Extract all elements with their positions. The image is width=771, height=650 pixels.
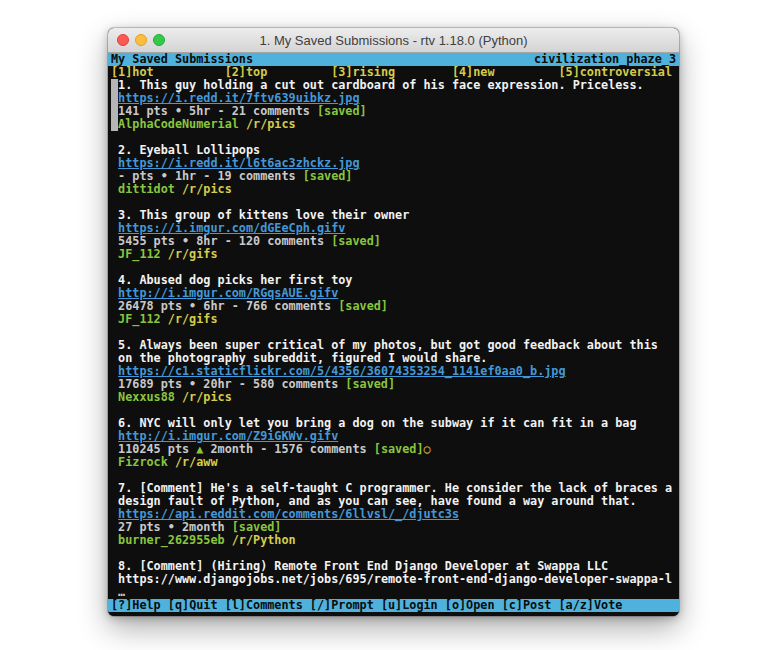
age-comments: 8hr - 120 comments [196, 234, 324, 248]
author[interactable]: JF_112 [118, 247, 161, 261]
author[interactable]: dittidot [118, 182, 175, 196]
saved-badge: [saved] [317, 104, 367, 118]
saved-badge: [saved] [374, 442, 424, 456]
author[interactable]: JF_112 [118, 312, 161, 326]
points: 26478 pts [118, 299, 182, 313]
submission-byline: AlphaCodeNumerial/r/pics [118, 118, 672, 131]
age-comments: 1hr - 19 comments [175, 169, 296, 183]
submission-link[interactable]: https://c1.staticflickr.com/5/4356/36074… [118, 364, 565, 378]
submission-5[interactable]: 5. Always been super critical of my phot… [111, 339, 672, 404]
submission-title: 5. Always been super critical of my phot… [118, 339, 672, 365]
points: 27 pts [118, 520, 161, 534]
terminal-screen: My Saved Submissions civilization_phaze_… [108, 53, 679, 616]
gilded-icon: ○ [424, 442, 431, 456]
separator-icon: • [175, 104, 182, 118]
close-button[interactable] [117, 34, 129, 46]
points: 141 pts [118, 104, 168, 118]
selection-cursor [111, 79, 118, 131]
submission-url-truncated: https://www.djangojobs.net/jobs/695/remo… [118, 573, 672, 586]
truncation-ellipsis: … [118, 586, 672, 599]
separator-icon: • [161, 169, 168, 183]
saved-badge: [saved] [232, 520, 282, 534]
submission-link[interactable]: https://i.redd.it/7ftv639uibkz.jpg [118, 91, 359, 105]
submission-byline: Fizrock/r/aww [118, 456, 672, 469]
saved-badge: [saved] [345, 377, 395, 391]
submission-link[interactable]: http://i.imgur.com/Z9iGKWv.gifv [118, 429, 338, 443]
author[interactable]: Fizrock [118, 455, 168, 469]
author[interactable]: burner_262955eb [118, 533, 225, 547]
submission-url: https://c1.staticflickr.com/5/4356/36074… [118, 365, 672, 378]
submission-url: http://i.imgur.com/RGqsAUE.gifv [118, 287, 672, 300]
separator-icon: • [189, 377, 196, 391]
submission-3[interactable]: 3. This group of kittens love their owne… [111, 209, 672, 261]
points: 17689 pts [118, 377, 182, 391]
submission-byline: JF_112/r/gifs [118, 313, 672, 326]
separator-icon: • [168, 520, 175, 534]
points: 5455 pts [118, 234, 175, 248]
keybinding-help: [?]Help [q]Quit [l]Comments [/]Prompt [u… [111, 599, 622, 612]
age-comments: 20hr - 580 comments [203, 377, 338, 391]
submission-4[interactable]: 4. Abused dog picks her first toy http:/… [111, 274, 672, 326]
age-comments: 6hr - 766 comments [203, 299, 331, 313]
traffic-lights [117, 34, 165, 46]
submission-byline: burner_262955eb/r/Python [118, 534, 672, 547]
submission-byline: Nexxus88/r/pics [118, 391, 672, 404]
subreddit[interactable]: /r/Python [232, 533, 296, 547]
saved-badge: [saved] [338, 299, 388, 313]
author[interactable]: Nexxus88 [118, 390, 175, 404]
submission-1[interactable]: 1. This guy holding a cut out cardboard … [111, 79, 672, 131]
subreddit[interactable]: /r/pics [182, 182, 232, 196]
subreddit[interactable]: /r/pics [246, 117, 296, 131]
statusbar: [?]Help [q]Quit [l]Comments [/]Prompt [u… [108, 599, 679, 612]
age-comments: 2month [182, 520, 225, 534]
submission-link[interactable]: http://i.imgur.com/RGqsAUE.gifv [118, 286, 338, 300]
submission-7[interactable]: 7. [Comment] He's a self-taught C progra… [111, 482, 672, 547]
points: 110245 pts [118, 442, 189, 456]
separator-icon: • [189, 299, 196, 313]
subreddit[interactable]: /r/aww [175, 455, 218, 469]
zoom-button[interactable] [153, 34, 165, 46]
points: - pts [118, 169, 154, 183]
submission-title: 7. [Comment] He's a self-taught C progra… [118, 482, 672, 508]
author[interactable]: AlphaCodeNumerial [118, 117, 239, 131]
submission-list: 1. This guy holding a cut out cardboard … [108, 79, 679, 599]
subreddit[interactable]: /r/gifs [168, 247, 218, 261]
submission-link[interactable]: https://api.reddit.com/comments/6llvsl/_… [118, 507, 459, 521]
subreddit[interactable]: /r/pics [182, 390, 232, 404]
submission-byline: dittidot/r/pics [118, 183, 672, 196]
submission-6[interactable]: 6. NYC will only let you bring a dog on … [111, 417, 672, 469]
window-titlebar: 1. My Saved Submissions - rtv 1.18.0 (Py… [108, 28, 679, 53]
terminal-window: 1. My Saved Submissions - rtv 1.18.0 (Py… [108, 28, 679, 616]
window-title: 1. My Saved Submissions - rtv 1.18.0 (Py… [259, 33, 527, 48]
submission-link[interactable]: https://i.imgur.com/dGEeCph.gifv [118, 221, 345, 235]
submission-byline: JF_112/r/gifs [118, 248, 672, 261]
saved-badge: [saved] [331, 234, 381, 248]
age-comments: 5hr - 21 comments [189, 104, 310, 118]
upvote-arrow-icon: ▲ [196, 442, 203, 456]
separator-icon: • [182, 234, 189, 248]
age-comments: 2month - 1576 comments [210, 442, 366, 456]
submission-link[interactable]: https://i.redd.it/l6t6ac3zhckz.jpg [118, 156, 359, 170]
minimize-button[interactable] [135, 34, 147, 46]
subreddit[interactable]: /r/gifs [168, 312, 218, 326]
submission-8[interactable]: 8. [Comment] (Hiring) Remote Front End D… [111, 560, 672, 599]
submission-2[interactable]: 2. Eyeball Lollipops https://i.redd.it/l… [111, 144, 672, 196]
saved-badge: [saved] [303, 169, 353, 183]
